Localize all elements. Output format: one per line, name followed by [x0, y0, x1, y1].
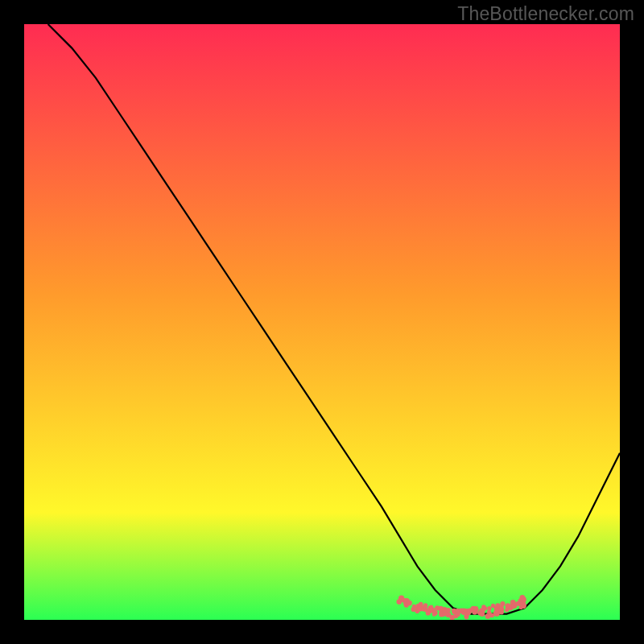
marker-dot	[397, 599, 402, 605]
watermark-text: TheBottlenecker.com	[457, 3, 634, 25]
plot-area	[24, 24, 620, 620]
marker-dot	[478, 611, 483, 616]
marker-dot	[489, 613, 493, 617]
marker-dot	[483, 606, 487, 610]
chart-svg	[24, 24, 620, 620]
marker-dot	[516, 601, 522, 607]
marker-dot	[487, 606, 491, 610]
marker-dot	[429, 605, 433, 609]
chart-container: TheBottlenecker.com	[0, 0, 644, 644]
marker-dot	[500, 601, 505, 606]
marker-dot	[407, 601, 412, 606]
marker-dot	[432, 613, 436, 617]
marker-dot	[426, 611, 431, 616]
marker-dot	[412, 605, 416, 609]
gradient-background	[24, 24, 620, 620]
marker-dot	[423, 603, 427, 607]
marker-dot	[519, 595, 525, 601]
marker-dot	[446, 608, 451, 613]
marker-dot	[499, 609, 504, 614]
marker-dot	[474, 606, 478, 610]
marker-dot	[505, 608, 509, 612]
marker-dot	[521, 603, 526, 609]
